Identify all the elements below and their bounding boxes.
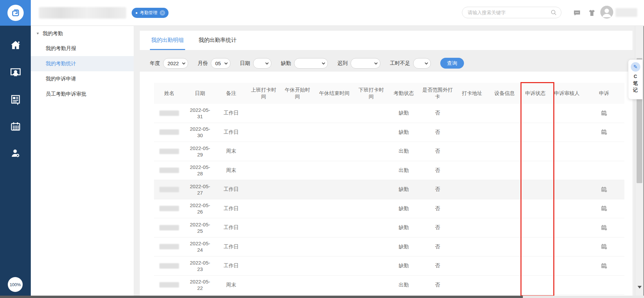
avatar[interactable] xyxy=(600,6,613,19)
horizontal-scrollbar[interactable] xyxy=(0,296,644,298)
cell-remark: 工作日 xyxy=(216,263,247,269)
cell-name xyxy=(154,244,184,249)
user-name-redacted xyxy=(616,8,637,17)
sidebar-item-2[interactable]: 我的申诉申请 xyxy=(31,71,134,86)
tab-attendance-detail[interactable]: 我的出勤明细 xyxy=(150,31,185,50)
scroll-down-arrow-icon[interactable] xyxy=(638,286,642,289)
cell-remark: 工作日 xyxy=(216,205,247,212)
employee-name-redacted xyxy=(159,244,179,249)
chevron-down-icon xyxy=(374,61,378,65)
cell-date: 2022-05- 29 xyxy=(184,145,216,158)
module-tag-attendance[interactable]: 考勤管理 ✕ xyxy=(132,8,169,18)
cell-remark: 周末 xyxy=(216,282,247,288)
search-icon[interactable] xyxy=(550,9,557,16)
query-button[interactable]: 查询 xyxy=(440,58,464,69)
cell-out_of_range: 否 xyxy=(419,129,456,135)
note-widget[interactable]: ✎ C 笔 记 xyxy=(628,59,643,99)
nav-calendar-icon[interactable] xyxy=(0,113,31,140)
date-value: 2022-05- 24 xyxy=(190,240,210,253)
appeal-calendar-icon[interactable] xyxy=(601,263,607,269)
employee-name-redacted xyxy=(159,149,179,154)
cell-name xyxy=(154,149,184,154)
date-value: 2022-05- 30 xyxy=(190,126,210,139)
appeal-calendar-icon[interactable] xyxy=(601,187,607,193)
employee-name-redacted xyxy=(159,187,179,192)
column-header-name: 姓名 xyxy=(154,89,184,98)
cell-out_of_range: 否 xyxy=(419,282,456,288)
absence-select[interactable] xyxy=(294,58,328,69)
sidebar-group-my-attendance[interactable]: ▼ 我的考勤 xyxy=(31,26,134,41)
date-value: 2022-05- 31 xyxy=(190,107,210,120)
insufficient-hours-filter-label: 工时不足 xyxy=(390,60,410,67)
note-pen-icon: ✎ xyxy=(631,62,640,72)
cell-status: 缺勤 xyxy=(388,110,419,116)
zoom-level-indicator[interactable]: 100% xyxy=(8,277,23,292)
table-row: 2022-05- 24工作日缺勤否 xyxy=(154,238,624,257)
cell-remark: 工作日 xyxy=(216,244,247,250)
cell-out_of_range: 否 xyxy=(419,186,456,193)
table-body: 2022-05- 31工作日缺勤否2022-05- 30工作日缺勤否2022-0… xyxy=(154,104,624,295)
tab-attendance-rate-stats[interactable]: 我的出勤率统计 xyxy=(197,31,238,50)
appeal-calendar-icon[interactable] xyxy=(601,110,607,116)
module-tag-label: 考勤管理 xyxy=(140,10,157,16)
cell-appeal xyxy=(584,263,624,269)
nav-home-icon[interactable] xyxy=(0,32,31,59)
sidebar-group-label: 我的考勤 xyxy=(43,30,63,37)
date-value: 2022-05- 28 xyxy=(190,164,210,177)
note-widget-letter: 笔 xyxy=(633,80,638,86)
sidebar-item-0[interactable]: 我的考勤月报 xyxy=(31,41,134,56)
appeal-calendar-icon[interactable] xyxy=(601,244,607,250)
filter-selects: 年度2022月份05日期缺勤迟到工时不足 xyxy=(150,58,440,69)
tag-dot-icon xyxy=(136,12,137,14)
date-value: 2022-05- 27 xyxy=(190,183,210,196)
column-header-appeal_reviewer: 申诉审核人 xyxy=(550,89,584,98)
search-input[interactable] xyxy=(468,10,550,15)
employee-name-redacted xyxy=(159,110,179,116)
cell-status: 缺勤 xyxy=(388,263,419,269)
date-value: 2022-05- 23 xyxy=(190,259,210,272)
sidebar-item-1[interactable]: 我的考勤统计 xyxy=(31,56,134,71)
appeal-calendar-icon[interactable] xyxy=(601,129,607,135)
cell-date: 2022-05- 31 xyxy=(184,107,216,120)
cell-date: 2022-05- 22 xyxy=(184,278,216,291)
column-header-appeal_status: 申诉状态 xyxy=(521,89,550,98)
nav-monitor-user-icon[interactable] xyxy=(0,59,31,86)
column-header-remark: 备注 xyxy=(216,89,247,98)
nav-user-settings-icon[interactable] xyxy=(0,140,31,167)
sidebar-items: 我的考勤月报我的考勤统计我的申诉申请员工考勤申诉审批 xyxy=(31,41,134,102)
insufficient-hours-select[interactable] xyxy=(413,58,431,69)
cell-date: 2022-05- 27 xyxy=(184,183,216,196)
tag-close-icon[interactable]: ✕ xyxy=(160,10,165,16)
spiral-logo-icon xyxy=(11,8,20,17)
app-logo[interactable] xyxy=(0,0,31,26)
nav-newspaper-icon[interactable] xyxy=(0,86,31,113)
appeal-calendar-icon[interactable] xyxy=(601,205,607,212)
cell-remark: 工作日 xyxy=(216,186,247,193)
day-select[interactable] xyxy=(253,58,271,69)
employee-name-redacted xyxy=(159,282,179,288)
messages-icon[interactable] xyxy=(573,9,581,17)
employee-name-redacted xyxy=(159,168,179,173)
sidebar-item-3[interactable]: 员工考勤申诉审批 xyxy=(31,86,134,102)
filter-bar: 年度2022月份05日期缺勤迟到工时不足 查询 xyxy=(150,58,464,69)
late-select[interactable] xyxy=(351,58,380,69)
cell-out_of_range: 否 xyxy=(419,244,456,250)
cell-date: 2022-05- 26 xyxy=(184,202,216,215)
table-row: 2022-05- 29周末出勤否 xyxy=(154,142,624,161)
month-select[interactable]: 05 xyxy=(211,58,230,69)
table-row: 2022-05- 31工作日缺勤否 xyxy=(154,104,624,123)
horizontal-scrollbar-thumb[interactable] xyxy=(0,296,523,298)
global-search xyxy=(462,7,561,18)
table-row: 2022-05- 25工作日缺勤否 xyxy=(154,218,624,238)
cell-remark: 工作日 xyxy=(216,110,247,116)
cell-name xyxy=(154,282,184,288)
cell-remark: 周末 xyxy=(216,148,247,154)
appeal-calendar-icon[interactable] xyxy=(601,225,607,231)
cell-remark: 工作日 xyxy=(216,224,247,231)
chevron-down-icon xyxy=(224,61,228,65)
theme-shirt-icon[interactable] xyxy=(588,9,596,17)
year-select[interactable]: 2022 xyxy=(163,58,188,69)
year-select-value: 2022 xyxy=(168,60,179,66)
cell-status: 出勤 xyxy=(388,148,419,154)
table-row: 2022-05- 27工作日缺勤否 xyxy=(154,180,624,199)
